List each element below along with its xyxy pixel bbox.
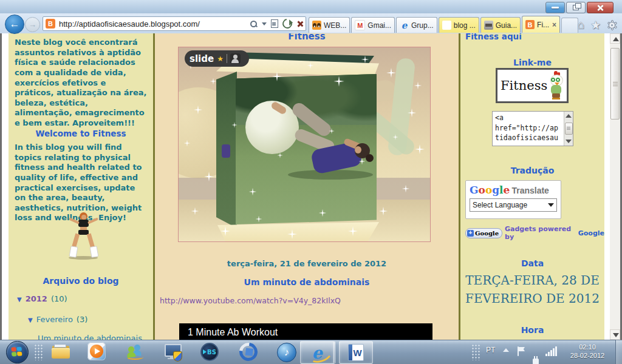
windows-logo-icon: [11, 346, 22, 357]
textarea-scrollbar[interactable]: [564, 112, 573, 146]
sparkle-icon: [417, 82, 419, 90]
fitness-link-badge[interactable]: Fitness: [496, 68, 569, 103]
compatibility-view-icon[interactable]: [271, 19, 278, 28]
browser-window: ← → B http://aptidaofisicaesaude.blogspo…: [0, 0, 622, 364]
slide-brand-badge[interactable]: slide ★: [185, 50, 249, 67]
tab-guia[interactable]: Guia...: [480, 17, 521, 33]
youtube-embed-player[interactable]: 1 Minute Ab Workout: [179, 323, 432, 340]
language-select[interactable]: Select Language: [470, 198, 557, 212]
sparkle-icon: [411, 109, 413, 117]
scroll-thumb[interactable]: [565, 123, 573, 135]
new-tab-button[interactable]: [561, 18, 578, 33]
welcome-heading: Welcome to Fitness: [9, 129, 153, 138]
archive-item-fevereiro[interactable]: ▼ Fevereiro (3): [28, 315, 87, 324]
dropdown-caret-icon[interactable]: [262, 22, 267, 25]
internet-explorer-icon: e: [312, 345, 322, 361]
slideshow-widget[interactable]: slide ★: [178, 47, 431, 242]
cube-left-face: [216, 72, 237, 228]
tab-groups[interactable]: e Grup...: [396, 17, 437, 33]
search-icon[interactable]: [250, 20, 258, 28]
dancer-gif: [66, 212, 100, 261]
ie-taskbar-button[interactable]: e: [300, 341, 335, 364]
ie-favicon-icon: e: [400, 21, 409, 30]
addressbar-icons: [250, 19, 303, 29]
media-player-taskbar-icon[interactable]: [87, 342, 106, 360]
google-translate-widget: GoogleTranslate Select Language: [465, 180, 561, 219]
minimize-button[interactable]: [545, 2, 565, 13]
scroll-up-button[interactable]: [610, 33, 620, 44]
address-bar[interactable]: B http://aptidaofisicaesaude.blogspot.co…: [43, 16, 306, 31]
google-translate-logo: GoogleTranslate: [470, 184, 557, 196]
word-taskbar-button[interactable]: W: [339, 341, 373, 364]
power-plug-icon[interactable]: [532, 356, 539, 364]
home-icon[interactable]: ⌂: [577, 18, 584, 32]
forward-button[interactable]: →: [25, 17, 40, 32]
tab-webmail[interactable]: WEB...: [309, 17, 350, 33]
archive-heading: Arquivo do blog: [9, 276, 153, 286]
youtube-link[interactable]: http://www.youtube.com/watch?v=V4y_82kIl…: [160, 296, 341, 305]
translate-heading: Tradução: [460, 166, 604, 175]
toolbar-grip[interactable]: [34, 344, 43, 360]
window-controls: [545, 2, 613, 13]
scroll-up-icon[interactable]: [566, 114, 572, 118]
page-scrollbar[interactable]: [610, 33, 620, 340]
music-note-icon: ♪: [284, 346, 290, 359]
collapse-arrow-icon[interactable]: ▼: [28, 317, 33, 323]
messenger-taskbar-icon[interactable]: [125, 342, 145, 362]
bsplayer-taskbar-icon[interactable]: BS: [200, 343, 219, 361]
current-date-display: TERÇA-FEIRA, 28 DE FEVEREIRO DE 2012: [460, 271, 604, 308]
star-icon: ★: [217, 55, 224, 63]
google-plus-button[interactable]: + Google: [465, 228, 502, 238]
explorer-taskbar-icon[interactable]: [51, 342, 70, 362]
language-indicator[interactable]: PT: [486, 346, 495, 354]
blog-description-pt: Neste blog você encontrará assuntos rela…: [15, 38, 147, 129]
show-desktop-button[interactable]: [615, 340, 622, 364]
refresh-icon[interactable]: [281, 17, 294, 30]
stop-icon[interactable]: [296, 21, 303, 27]
scroll-down-icon[interactable]: [566, 140, 572, 143]
url-text[interactable]: http://aptidaofisicaesaude.blogspot.com/: [59, 19, 250, 29]
exercise-ball: [245, 101, 299, 154]
restore-button[interactable]: [566, 2, 586, 13]
archive-item-2012[interactable]: ▼ 2012 (10): [17, 294, 67, 303]
linkme-heading: Link-me: [460, 58, 604, 67]
tab-fitness-active[interactable]: B Fi... ×: [522, 16, 560, 33]
scroll-down-button[interactable]: [610, 329, 620, 340]
scroll-thumb[interactable]: [610, 48, 620, 120]
left-sidebar: Neste blog você encontrará assuntos rela…: [9, 33, 155, 340]
archive-item-post[interactable]: Um minuto de abdominais: [38, 334, 142, 340]
collapse-arrow-icon[interactable]: ▼: [17, 296, 22, 303]
start-button[interactable]: [6, 341, 29, 363]
blog-title[interactable]: Fitness: [155, 33, 459, 42]
data-heading: Data: [460, 258, 604, 268]
google-favicon-icon: [442, 21, 451, 30]
settings-gear-icon[interactable]: [607, 20, 617, 30]
command-icons: ⌂ ★: [577, 18, 617, 32]
blogger-favicon-icon: B: [525, 20, 535, 29]
cube-bottom-bevel: [217, 222, 379, 241]
guia-favicon-icon: [484, 21, 493, 30]
sparkle-icon: [390, 68, 392, 78]
favorites-star-icon[interactable]: ★: [590, 18, 601, 32]
tray-grip[interactable]: [471, 344, 480, 360]
network-signal-icon[interactable]: [545, 346, 557, 356]
tab-close-icon[interactable]: ×: [552, 21, 556, 29]
right-sidebar: Fitness aqui Link-me Fitness <a href="ht…: [460, 33, 604, 340]
tray-clock[interactable]: 02:10 28-02-2012: [564, 343, 611, 360]
show-hidden-icons-button[interactable]: [503, 348, 509, 352]
security-center-taskbar-icon[interactable]: [163, 342, 182, 362]
action-center-flag-icon[interactable]: [518, 346, 525, 356]
main-column: Fitness: [155, 33, 460, 340]
back-arrow-icon: ←: [10, 18, 20, 30]
embed-code-textarea[interactable]: <a href="http://ap tidaofisicaesau: [492, 111, 573, 146]
cube-front-photo: [236, 74, 377, 224]
back-button[interactable]: ←: [5, 15, 24, 34]
tab-blog[interactable]: blog ...: [439, 17, 479, 33]
close-icon: [596, 4, 604, 12]
itunes-taskbar-icon[interactable]: ♪: [277, 343, 296, 362]
post-date-header: terça-feira, 21 de fevereiro de 2012: [155, 259, 459, 268]
sparkle-icon: [419, 144, 421, 154]
tab-gmail[interactable]: M Gmai...: [351, 17, 395, 33]
post-title[interactable]: Um minuto de abdominais: [155, 277, 459, 287]
close-button[interactable]: [587, 2, 613, 13]
